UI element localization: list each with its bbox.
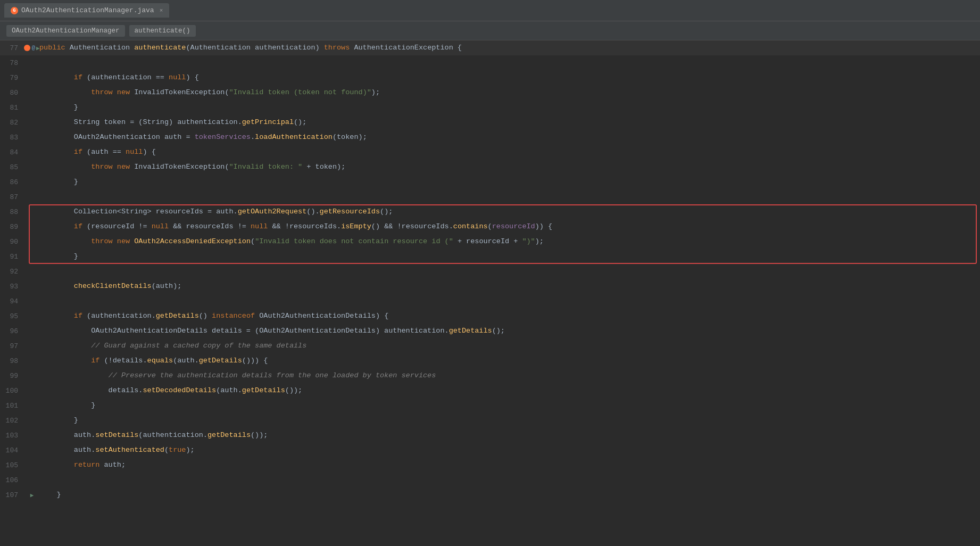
line-number: 106	[0, 476, 27, 484]
line-number: 96	[0, 327, 27, 335]
line-number: 91	[0, 253, 27, 261]
line-number: 81	[0, 104, 27, 112]
code-line: 88 Collection<String> resourceIds = auth…	[0, 204, 980, 219]
line-content-102: }	[37, 413, 980, 428]
line-number: 78	[0, 59, 27, 67]
line-indicator-107: ▶	[27, 492, 37, 499]
line-content-86: }	[37, 175, 980, 189]
line-content-96: OAuth2AuthenticationDetails details = (O…	[37, 324, 980, 338]
line-content-90: throw new OAuth2AccessDeniedException("I…	[37, 234, 980, 249]
line-content-89: if (resourceId != null && resourceIds !=…	[37, 219, 980, 234]
line-number: 77	[0, 44, 27, 52]
line-number: 104	[0, 446, 27, 454]
code-line: 80 throw new InvalidTokenException("Inva…	[0, 85, 980, 100]
code-line: 77 @ ▶ public Authentication authenticat…	[0, 40, 980, 55]
tab-filename: OAuth2AuthenticationManager.java	[21, 6, 154, 14]
line-number: 100	[0, 387, 27, 395]
line-content-98: if (!details.equals(auth.getDetails())) …	[37, 353, 980, 368]
line-content-100: details.setDecodedDetails(auth.getDetail…	[37, 383, 980, 398]
line-number: 86	[0, 178, 27, 186]
code-line: 98 if (!details.equals(auth.getDetails()…	[0, 353, 980, 368]
code-line: 96 OAuth2AuthenticationDetails details =…	[0, 324, 980, 338]
line-number: 102	[0, 417, 27, 425]
line-number: 101	[0, 402, 27, 410]
line-content-93: checkClientDetails(auth);	[37, 279, 980, 294]
code-line: 94	[0, 294, 980, 309]
editor-tab[interactable]: G OAuth2AuthenticationManager.java ×	[4, 3, 169, 18]
breadcrumb-bar: OAuth2AuthenticationManager authenticate…	[0, 21, 980, 40]
code-line: 95 if (authentication.getDetails() insta…	[0, 309, 980, 324]
code-line: 99 // Preserve the authentication detail…	[0, 368, 980, 383]
line-content-83: OAuth2Authentication auth = tokenService…	[37, 130, 980, 145]
title-bar: G OAuth2AuthenticationManager.java ×	[0, 0, 980, 21]
line-number: 80	[0, 89, 27, 97]
line-content-95: if (authentication.getDetails() instance…	[37, 309, 980, 324]
code-line: 87	[0, 189, 980, 204]
line-number: 89	[0, 223, 27, 231]
line-content-101: }	[37, 398, 980, 413]
code-line: 90 throw new OAuth2AccessDeniedException…	[0, 234, 980, 249]
code-line: 78	[0, 55, 980, 70]
line-content-79: if (authentication == null) {	[37, 70, 980, 85]
line-number: 92	[0, 268, 27, 276]
line-content-99: // Preserve the authentication details f…	[37, 368, 980, 383]
line-content-91: }	[37, 249, 980, 264]
code-line: 104 auth.setAuthenticated(true);	[0, 443, 980, 458]
line-content-82: String token = (String) authentication.g…	[37, 115, 980, 130]
line-number: 98	[0, 357, 27, 365]
line-number: 97	[0, 342, 27, 350]
tab-file-icon: G	[11, 7, 18, 14]
line-number: 85	[0, 163, 27, 171]
code-line: 92	[0, 264, 980, 279]
code-line: 89 if (resourceId != null && resourceIds…	[0, 219, 980, 234]
breadcrumb-method[interactable]: authenticate()	[129, 25, 196, 37]
line-content-104: auth.setAuthenticated(true);	[37, 443, 980, 458]
code-line: 82 String token = (String) authenticatio…	[0, 115, 980, 130]
code-line: 81 }	[0, 100, 980, 115]
code-line: 107 ▶ }	[0, 487, 980, 502]
line-indicator-77: @ ▶	[27, 45, 37, 52]
code-line: 86 }	[0, 175, 980, 189]
code-line: 79 if (authentication == null) {	[0, 70, 980, 85]
code-line: 102 }	[0, 413, 980, 428]
line-number: 82	[0, 119, 27, 127]
line-number: 105	[0, 461, 27, 469]
line-number: 94	[0, 297, 27, 305]
code-line: 91 }	[0, 249, 980, 264]
line-number: 107	[0, 491, 27, 499]
line-content-103: auth.setDetails(authentication.getDetail…	[37, 428, 980, 443]
code-line: 97 // Guard against a cached copy of the…	[0, 338, 980, 353]
line-content-105: return auth;	[37, 458, 980, 473]
line-content-84: if (auth == null) {	[37, 145, 980, 160]
code-line: 100 details.setDecodedDetails(auth.getDe…	[0, 383, 980, 398]
line-content-80: throw new InvalidTokenException("Invalid…	[37, 85, 980, 100]
code-area: 77 @ ▶ public Authentication authenticat…	[0, 40, 980, 546]
line-content-97: // Guard against a cached copy of the sa…	[37, 338, 980, 353]
breadcrumb-class[interactable]: OAuth2AuthenticationManager	[6, 25, 125, 37]
code-line: 83 OAuth2Authentication auth = tokenServ…	[0, 130, 980, 145]
line-number: 99	[0, 372, 27, 380]
line-content-107: }	[37, 487, 980, 502]
code-line: 84 if (auth == null) {	[0, 145, 980, 160]
line-number: 90	[0, 238, 27, 246]
line-number: 84	[0, 148, 27, 156]
line-content-88: Collection<String> resourceIds = auth.ge…	[37, 204, 980, 219]
code-line: 105 return auth;	[0, 458, 980, 473]
code-line: 93 checkClientDetails(auth);	[0, 279, 980, 294]
line-number: 79	[0, 74, 27, 82]
line-number: 95	[0, 312, 27, 320]
code-line: 85 throw new InvalidTokenException("Inva…	[0, 160, 980, 175]
line-number: 83	[0, 134, 27, 142]
line-number: 87	[0, 193, 27, 201]
tab-close-button[interactable]: ×	[160, 7, 163, 14]
code-line: 103 auth.setDetails(authentication.getDe…	[0, 428, 980, 443]
line-number: 103	[0, 432, 27, 440]
line-content-77: public Authentication authenticate(Authe…	[37, 40, 980, 55]
line-content-81: }	[37, 100, 980, 115]
line-number: 88	[0, 208, 27, 216]
line-number: 93	[0, 283, 27, 291]
line-content-85: throw new InvalidTokenException("Invalid…	[37, 160, 980, 175]
code-line: 101 }	[0, 398, 980, 413]
code-line: 106	[0, 473, 980, 487]
editor-container: 77 @ ▶ public Authentication authenticat…	[0, 40, 980, 546]
